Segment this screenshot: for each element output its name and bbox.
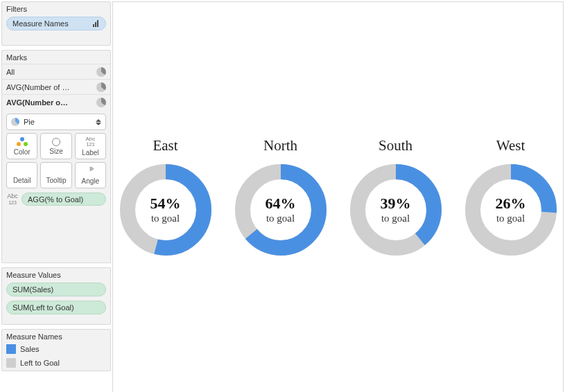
donut-percent: 26% <box>496 195 526 213</box>
size-icon <box>52 138 60 146</box>
measure-value-label: SUM(Sales) <box>12 285 53 294</box>
mark-button-label: Tooltip <box>46 177 67 184</box>
label-icon: Abc123 <box>85 136 95 148</box>
donut-row: East54%to goalNorth64%to goalSouth39%to … <box>115 137 562 258</box>
marks-panel: Marks All AVG(Number of … AVG(Number o… … <box>1 50 111 263</box>
donut-title: South <box>345 137 446 154</box>
marks-row-label: All <box>6 68 15 76</box>
mark-button-tooltip[interactable]: Tooltip <box>40 162 71 188</box>
measure-value-pill-sum-left-to-goal[interactable]: SUM(Left to Goal) <box>6 301 106 314</box>
marks-shelf-pill[interactable]: AGG(% to Goal) <box>21 193 106 206</box>
legend-label: Left to Goal <box>20 359 60 367</box>
marks-shelf-pill-label: AGG(% to Goal) <box>28 195 83 204</box>
bars-icon <box>93 20 100 27</box>
donut-chart: 54%to goal <box>117 161 214 258</box>
pie-icon <box>96 82 106 92</box>
marks-row-label: AVG(Number of … <box>6 83 70 91</box>
mark-type-select[interactable]: Pie <box>6 114 106 130</box>
mark-button-label: Label <box>82 149 98 157</box>
donut-subtitle: to goal <box>151 213 180 224</box>
donut-subtitle: to goal <box>266 213 295 224</box>
donut-center: 64%to goal <box>232 161 329 258</box>
filter-pill-measure-names[interactable]: Measure Names <box>6 17 106 30</box>
donut-percent: 39% <box>381 195 411 213</box>
marks-row-avg-2[interactable]: AVG(Number o… <box>2 94 110 109</box>
measure-values-panel: Measure Values SUM(Sales) SUM(Left to Go… <box>1 267 111 325</box>
donut-subtitle: to goal <box>496 213 525 224</box>
mark-button-size[interactable]: Size <box>40 133 71 159</box>
donut-north: North64%to goal <box>230 137 331 258</box>
mark-button-label: Angle <box>82 177 100 185</box>
measure-values-title: Measure Values <box>2 268 110 281</box>
updown-icon <box>96 119 101 125</box>
donut-subtitle: to goal <box>381 213 410 224</box>
legend-item-sales[interactable]: Sales <box>2 343 110 357</box>
marks-shelf-row: Abc123 AGG(% to Goal) <box>6 193 106 206</box>
chart-canvas: East54%to goalNorth64%to goalSouth39%to … <box>112 1 564 392</box>
donut-percent: 54% <box>150 195 181 213</box>
donut-west: West26%to goal <box>460 137 562 258</box>
mark-button-label: Color <box>14 148 31 156</box>
pie-icon <box>96 67 106 77</box>
legend-item-left-to-goal[interactable]: Left to Goal <box>2 357 110 371</box>
mark-button-label: Detail <box>13 177 31 184</box>
mark-button-angle[interactable]: Angle <box>75 162 106 188</box>
color-icon <box>17 137 28 147</box>
donut-chart: 64%to goal <box>232 161 329 258</box>
marks-row-all[interactable]: All <box>2 64 110 79</box>
label-icon: Abc123 <box>6 193 19 206</box>
donut-east: East54%to goal <box>115 137 216 258</box>
angle-icon <box>85 166 95 176</box>
sidebar: Filters Measure Names Marks All AVG(Numb… <box>0 0 112 392</box>
mark-button-label: Size <box>49 148 62 155</box>
donut-center: 54%to goal <box>117 161 214 258</box>
donut-center: 39%to goal <box>347 161 444 258</box>
mark-button-color[interactable]: Color <box>6 133 37 159</box>
filters-panel: Filters Measure Names <box>1 1 111 46</box>
marks-title: Marks <box>2 51 110 64</box>
marks-row-label: AVG(Number o… <box>6 98 68 107</box>
measure-names-panel: Measure Names Sales Left to Goal <box>1 329 111 371</box>
donut-center: 26%to goal <box>462 161 559 258</box>
filters-title: Filters <box>2 2 110 15</box>
mark-button-detail[interactable]: Detail <box>6 162 37 188</box>
donut-chart: 39%to goal <box>347 161 444 258</box>
marks-buttons: Color Size Abc123 Label Detail Tooltip <box>2 133 110 191</box>
donut-percent: 64% <box>266 195 296 213</box>
donut-title: East <box>115 137 216 154</box>
legend-swatch <box>6 358 16 368</box>
measure-value-pill-sum-sales[interactable]: SUM(Sales) <box>6 283 106 296</box>
legend-swatch <box>6 344 16 354</box>
donut-chart: 26%to goal <box>462 161 559 258</box>
legend-label: Sales <box>20 345 40 353</box>
mark-button-label[interactable]: Abc123 Label <box>75 133 106 159</box>
donut-south: South39%to goal <box>345 137 446 258</box>
pie-icon <box>11 118 19 126</box>
pie-icon <box>96 98 106 107</box>
donut-title: West <box>460 137 562 154</box>
donut-title: North <box>230 137 331 154</box>
measure-names-title: Measure Names <box>2 330 110 343</box>
filter-pill-label: Measure Names <box>12 19 69 28</box>
marks-row-avg-1[interactable]: AVG(Number of … <box>2 79 110 94</box>
mark-type-label: Pie <box>24 118 96 126</box>
measure-value-label: SUM(Left to Goal) <box>12 303 74 312</box>
